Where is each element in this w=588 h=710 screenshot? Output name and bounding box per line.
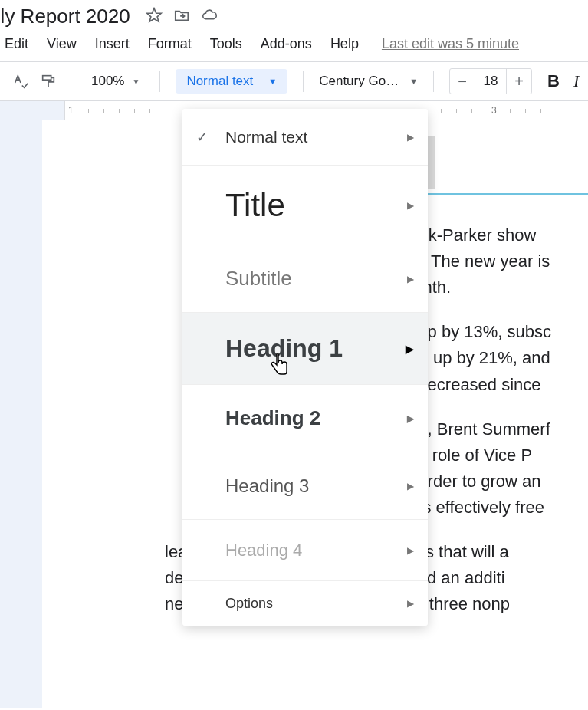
menu-addons[interactable]: Add-ons xyxy=(261,36,312,52)
check-icon: ✓ xyxy=(196,129,208,146)
menu-help[interactable]: Help xyxy=(330,36,359,52)
zoom-select[interactable]: 100%▼ xyxy=(82,74,149,89)
separator xyxy=(159,71,160,92)
separator xyxy=(71,71,71,92)
print-icon[interactable] xyxy=(0,70,5,93)
separator xyxy=(303,71,304,92)
left-gutter xyxy=(0,120,42,708)
style-option-normal-text[interactable]: ✓ Normal text ▶ xyxy=(182,109,428,166)
star-icon[interactable] xyxy=(146,7,163,27)
submenu-arrow-icon: ▶ xyxy=(407,132,414,143)
paragraph-styles-button[interactable]: Normal text▼ xyxy=(176,69,287,94)
paint-format-icon[interactable] xyxy=(37,70,60,93)
font-size-input[interactable]: 18 xyxy=(475,69,507,94)
menubar: e Edit View Insert Format Tools Add-ons … xyxy=(0,28,588,61)
menu-edit[interactable]: Edit xyxy=(5,36,28,52)
style-option-heading-2[interactable]: Heading 2 ▶ xyxy=(182,385,428,452)
svg-marker-0 xyxy=(147,8,161,21)
submenu-arrow-icon: ▶ xyxy=(407,274,414,284)
italic-button[interactable]: I xyxy=(573,71,579,91)
menu-tools[interactable]: Tools xyxy=(210,36,242,52)
separator xyxy=(433,71,434,92)
submenu-arrow-icon: ▶ xyxy=(407,413,414,424)
spellcheck-icon[interactable] xyxy=(9,70,32,93)
submenu-arrow-icon: ▶ xyxy=(407,545,414,556)
submenu-arrow-icon: ▶ xyxy=(407,481,414,491)
style-option-subtitle[interactable]: Subtitle ▶ xyxy=(182,245,428,313)
last-edit-link[interactable]: Last edit was 5 minute xyxy=(382,36,519,52)
title-underline xyxy=(404,193,588,195)
menu-view[interactable]: View xyxy=(47,36,77,52)
style-option-title[interactable]: Title ▶ xyxy=(182,166,428,245)
submenu-arrow-icon: ▶ xyxy=(406,343,414,355)
bold-button[interactable]: B xyxy=(547,71,560,91)
font-size-decrease-button[interactable]: − xyxy=(450,69,475,94)
style-option-heading-4[interactable]: Heading 4 ▶ xyxy=(182,520,428,581)
svg-rect-4 xyxy=(43,76,51,81)
menu-format[interactable]: Format xyxy=(148,36,192,52)
doc-title[interactable]: onthly Report 2020 xyxy=(0,5,136,28)
style-option-options[interactable]: Options ▶ xyxy=(182,581,428,626)
paragraph-styles-dropdown: ✓ Normal text ▶ Title ▶ Subtitle ▶ Headi… xyxy=(182,109,428,626)
ruler-margin xyxy=(0,101,65,120)
toolbar: 100%▼ Normal text▼ Century Go…▼ − 18 + B… xyxy=(0,62,588,100)
submenu-arrow-icon: ▶ xyxy=(407,598,414,609)
cloud-status-icon[interactable] xyxy=(201,7,218,27)
font-size-increase-button[interactable]: + xyxy=(507,69,531,94)
font-family-select[interactable]: Century Go…▼ xyxy=(314,74,422,89)
move-to-folder-icon[interactable] xyxy=(173,7,190,27)
style-option-heading-1[interactable]: Heading 1 ▶ xyxy=(182,313,428,385)
style-option-heading-3[interactable]: Heading 3 ▶ xyxy=(182,452,428,520)
submenu-arrow-icon: ▶ xyxy=(407,200,414,211)
menu-insert[interactable]: Insert xyxy=(95,36,130,52)
